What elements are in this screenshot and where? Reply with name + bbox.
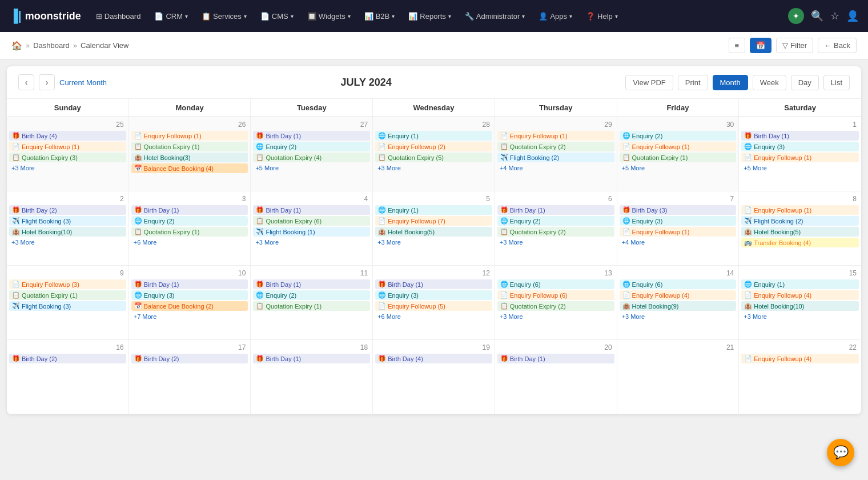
current-month-button[interactable]: Current Month — [59, 78, 107, 87]
more-events-link[interactable]: +3 More — [497, 312, 614, 321]
nav-help[interactable]: ❓ Help ▾ — [580, 9, 624, 24]
event-enquiry[interactable]: 🌐Enquiry (2) — [620, 131, 737, 141]
event-enquiry[interactable]: 🌐Enquiry (1) — [375, 205, 492, 215]
next-month-button[interactable]: › — [39, 74, 55, 90]
more-events-link[interactable]: +7 More — [131, 312, 248, 321]
event-birthday[interactable]: 🎁Birth Day (1) — [375, 279, 492, 289]
brand-logo[interactable]: ▐| moonstride — [9, 9, 81, 23]
event-quotation-expiry[interactable]: 📋Quotation Expiry (2) — [497, 227, 614, 237]
search-icon[interactable]: 🔍 — [811, 10, 823, 22]
event-birthday[interactable]: 🎁Birth Day (1) — [253, 354, 370, 363]
event-enquiry-followup[interactable]: 📄Enquiry Followup (4) — [741, 290, 859, 300]
event-quotation-expiry[interactable]: 📋Quotation Expiry (1) — [131, 142, 248, 151]
home-icon[interactable]: 🏠 — [11, 41, 22, 51]
filter-button[interactable]: ▽ Filter — [776, 38, 813, 53]
event-quotation-expiry[interactable]: 📋Quotation Expiry (1) — [131, 227, 248, 237]
event-hotel-booking[interactable]: 🏨Hotel Booking(5) — [375, 227, 492, 237]
event-birthday[interactable]: 🎁Birth Day (4) — [375, 354, 492, 363]
more-events-link[interactable]: +3 More — [620, 312, 737, 321]
calendar-cell-21[interactable]: 21 — [617, 340, 740, 414]
calendar-cell-15[interactable]: 15🌐Enquiry (1)📄Enquiry Followup (4)🏨Hote… — [739, 266, 861, 340]
more-events-link[interactable]: +6 More — [375, 312, 492, 321]
calendar-cell-29[interactable]: 29📄Enquiry Followup (1)📋Quotation Expiry… — [495, 117, 617, 191]
more-events-link[interactable]: +6 More — [131, 238, 248, 247]
event-balance-due[interactable]: 📅Balance Due Booking (2) — [131, 301, 248, 311]
event-birthday[interactable]: 🎁Birth Day (1) — [253, 131, 370, 141]
calendar-cell-12[interactable]: 12🎁Birth Day (1)🌐Enquiry (3)📄Enquiry Fol… — [373, 266, 495, 340]
event-quotation-expiry[interactable]: 📋Quotation Expiry (1) — [9, 290, 126, 300]
event-enquiry[interactable]: 🌐Enquiry (2) — [497, 216, 614, 226]
more-events-link[interactable]: +5 More — [253, 163, 370, 173]
user-icon[interactable]: 👤 — [846, 10, 859, 22]
nav-cms[interactable]: 📄 CMS ▾ — [255, 9, 299, 24]
star-icon[interactable]: ☆ — [830, 10, 839, 22]
event-enquiry[interactable]: 🌐Enquiry (6) — [620, 279, 737, 289]
more-events-link[interactable]: +3 More — [9, 238, 126, 247]
calendar-cell-1[interactable]: 1🎁Birth Day (1)🌐Enquiry (3)📄Enquiry Foll… — [739, 117, 861, 191]
nav-dashboard[interactable]: ⊞ Dashboard — [90, 9, 147, 24]
more-events-link[interactable]: +3 More — [375, 238, 492, 247]
nav-administrator[interactable]: 🔧 Administrator ▾ — [459, 9, 531, 24]
nav-crm[interactable]: 📄 CRM ▾ — [148, 9, 194, 24]
event-birthday[interactable]: 🎁Birth Day (4) — [9, 131, 126, 141]
event-enquiry-followup[interactable]: 📄Enquiry Followup (1) — [9, 142, 126, 151]
more-events-link[interactable]: +3 More — [741, 312, 859, 321]
list-view-button-cal[interactable]: List — [823, 75, 850, 90]
event-enquiry[interactable]: 🌐Enquiry (3) — [620, 216, 737, 226]
calendar-cell-28[interactable]: 28🌐Enquiry (1)📄Enquiry Followup (2)📋Quot… — [373, 117, 495, 191]
event-enquiry-followup[interactable]: 📄Enquiry Followup (1) — [741, 205, 859, 215]
calendar-cell-20[interactable]: 20🎁Birth Day (1) — [495, 340, 617, 414]
event-birthday[interactable]: 🎁Birth Day (1) — [253, 205, 370, 215]
calendar-cell-22[interactable]: 22📄Enquiry Followup (4) — [739, 340, 861, 414]
event-enquiry-followup[interactable]: 📄Enquiry Followup (5) — [375, 301, 492, 311]
more-events-link[interactable]: +5 More — [620, 163, 737, 173]
print-button[interactable]: Print — [678, 75, 708, 90]
event-enquiry-followup[interactable]: 📄Enquiry Followup (6) — [497, 290, 614, 300]
event-birthday[interactable]: 🎁Birth Day (3) — [620, 205, 737, 215]
more-events-link[interactable]: +4 More — [497, 163, 614, 173]
calendar-cell-5[interactable]: 5🌐Enquiry (1)📄Enquiry Followup (7)🏨Hotel… — [373, 191, 495, 266]
breadcrumb-dashboard[interactable]: Dashboard — [33, 41, 70, 50]
back-button[interactable]: ← Back — [818, 38, 857, 53]
event-hotel-booking[interactable]: 🏨Hotel Booking(10) — [9, 227, 126, 237]
event-enquiry[interactable]: 🌐Enquiry (1) — [741, 279, 859, 289]
event-enquiry[interactable]: 🌐Enquiry (3) — [131, 290, 248, 300]
nav-apps[interactable]: 👤 Apps ▾ — [533, 9, 578, 24]
nav-b2b[interactable]: 📊 B2B ▾ — [359, 9, 401, 24]
event-flight-booking[interactable]: ✈️Flight Booking (2) — [497, 153, 614, 162]
calendar-cell-27[interactable]: 27🎁Birth Day (1)🌐Enquiry (2)📋Quotation E… — [251, 117, 373, 191]
calendar-cell-26[interactable]: 26📄Enquiry Followup (1)📋Quotation Expiry… — [129, 117, 251, 191]
prev-month-button[interactable]: ‹ — [18, 74, 34, 90]
event-enquiry-followup[interactable]: 📄Enquiry Followup (4) — [620, 290, 737, 300]
event-flight-booking[interactable]: ✈️Flight Booking (3) — [9, 301, 126, 311]
event-enquiry-followup[interactable]: 📄Enquiry Followup (4) — [741, 354, 859, 363]
calendar-cell-7[interactable]: 7🎁Birth Day (3)🌐Enquiry (3)📄Enquiry Foll… — [617, 191, 740, 266]
calendar-cell-13[interactable]: 13🌐Enquiry (6)📄Enquiry Followup (6)📋Quot… — [495, 266, 617, 340]
list-view-button[interactable]: ≡ — [729, 38, 746, 53]
calendar-cell-6[interactable]: 6🎁Birth Day (1)🌐Enquiry (2)📋Quotation Ex… — [495, 191, 617, 266]
event-enquiry[interactable]: 🌐Enquiry (3) — [375, 290, 492, 300]
view-pdf-button[interactable]: View PDF — [625, 75, 673, 90]
day-view-button[interactable]: Day — [791, 75, 819, 90]
event-hotel-booking[interactable]: 🏨Hotel Booking(9) — [620, 301, 737, 311]
event-enquiry[interactable]: 🌐Enquiry (1) — [375, 131, 492, 141]
event-birthday[interactable]: 🎁Birth Day (2) — [9, 354, 126, 363]
event-birthday[interactable]: 🎁Birth Day (1) — [131, 279, 248, 289]
calendar-view-button[interactable]: 📅 — [750, 38, 771, 53]
event-enquiry[interactable]: 🌐Enquiry (2) — [253, 290, 370, 300]
event-flight-booking[interactable]: ✈️Flight Booking (2) — [741, 216, 859, 226]
event-enquiry-followup[interactable]: 📄Enquiry Followup (3) — [9, 279, 126, 289]
calendar-cell-19[interactable]: 19🎁Birth Day (4) — [373, 340, 495, 414]
more-events-link[interactable]: +3 More — [375, 163, 492, 173]
event-hotel-booking[interactable]: 🏨Hotel Booking(5) — [741, 227, 859, 237]
event-enquiry-followup[interactable]: 📄Enquiry Followup (2) — [375, 142, 492, 151]
event-enquiry-followup[interactable]: 📄Enquiry Followup (1) — [620, 227, 737, 237]
event-birthday[interactable]: 🎁Birth Day (2) — [131, 354, 248, 363]
calendar-cell-17[interactable]: 17🎁Birth Day (2) — [129, 340, 251, 414]
week-view-button[interactable]: Week — [753, 75, 786, 90]
event-enquiry-followup[interactable]: 📄Enquiry Followup (1) — [131, 131, 248, 141]
calendar-cell-14[interactable]: 14🌐Enquiry (6)📄Enquiry Followup (4)🏨Hote… — [617, 266, 740, 340]
calendar-cell-8[interactable]: 8📄Enquiry Followup (1)✈️Flight Booking (… — [739, 191, 861, 266]
event-enquiry-followup[interactable]: 📄Enquiry Followup (1) — [620, 142, 737, 151]
event-quotation-expiry[interactable]: 📋Quotation Expiry (2) — [497, 142, 614, 151]
